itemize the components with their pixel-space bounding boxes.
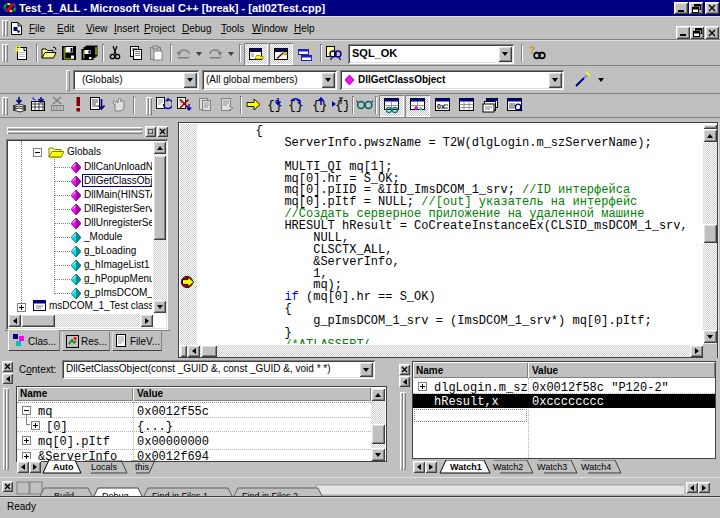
svg-text:Build: Build <box>54 491 74 496</box>
svg-text:{}: {} <box>288 98 304 113</box>
svg-text:Watch3: Watch3 <box>537 462 567 472</box>
svg-text:Watch1: Watch1 <box>450 462 482 472</box>
svg-text:Find in Files 2: Find in Files 2 <box>242 491 298 496</box>
svg-text:{}: {} <box>267 98 283 113</box>
svg-text:Watch2: Watch2 <box>493 462 523 472</box>
svg-text:Locals: Locals <box>91 462 118 472</box>
svg-text:Watch4: Watch4 <box>581 462 611 472</box>
svg-text:0x: 0x <box>437 103 445 110</box>
svg-text:Find in Files 1: Find in Files 1 <box>152 491 208 496</box>
svg-text:Auto: Auto <box>53 462 74 472</box>
svg-text:Debug: Debug <box>102 491 129 496</box>
svg-text:this: this <box>135 462 150 472</box>
